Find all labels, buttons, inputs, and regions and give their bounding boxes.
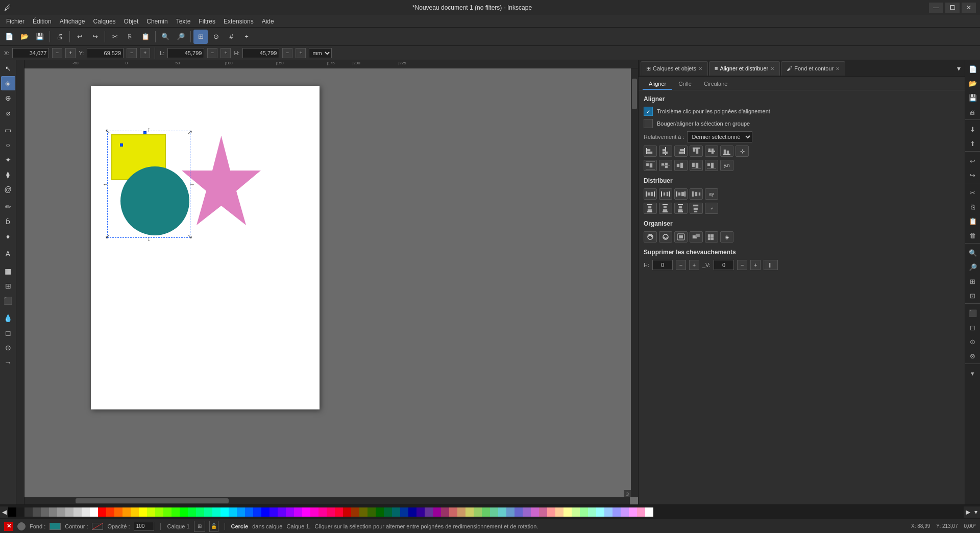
- scrollbar-h-thumb[interactable]: [76, 498, 229, 503]
- strip-zoom-fit[interactable]: ⊞: [966, 275, 979, 288]
- subtab-grille[interactable]: Grille: [672, 79, 698, 90]
- swatch-65[interactable]: [539, 507, 547, 517]
- y-input[interactable]: [87, 48, 124, 58]
- align-anchor-h[interactable]: y.n: [720, 160, 733, 171]
- swatch-67[interactable]: [555, 507, 564, 517]
- swatch-60[interactable]: [498, 507, 506, 517]
- h-input[interactable]: [242, 48, 279, 58]
- tool-spiral[interactable]: @: [1, 182, 15, 197]
- swatch-44[interactable]: [368, 507, 376, 517]
- tool-pencil[interactable]: ✏: [1, 200, 15, 214]
- swatch-46[interactable]: [384, 507, 392, 517]
- swatch-39[interactable]: [327, 507, 335, 517]
- tool-eraser[interactable]: ◻: [1, 326, 15, 340]
- x-minus-button[interactable]: −: [52, 48, 62, 58]
- swatch-0[interactable]: [8, 507, 16, 517]
- organiser-btn1[interactable]: [644, 231, 657, 243]
- tab-calques-close[interactable]: ✕: [698, 66, 702, 71]
- swatch-13[interactable]: [114, 507, 122, 517]
- new-button[interactable]: 📄: [2, 30, 16, 44]
- swatch-55[interactable]: [457, 507, 465, 517]
- tool-fill[interactable]: ⬛: [1, 294, 15, 308]
- align-top-edges[interactable]: [690, 146, 703, 157]
- copy-button[interactable]: ⎘: [123, 30, 137, 44]
- snap-button[interactable]: ⊙: [209, 30, 223, 44]
- swatch-1[interactable]: [16, 507, 24, 517]
- menu-objet[interactable]: Objet: [120, 16, 143, 27]
- swatch-70[interactable]: [580, 507, 588, 517]
- shape-pink-star[interactable]: [182, 136, 261, 230]
- swatch-72[interactable]: [596, 507, 604, 517]
- menu-calques[interactable]: Calques: [89, 16, 120, 27]
- swatch-43[interactable]: [359, 507, 368, 517]
- swatch-58[interactable]: [482, 507, 490, 517]
- menu-édition[interactable]: Édition: [29, 16, 56, 27]
- strip-transform[interactable]: ⊗: [966, 349, 979, 362]
- contour-swatch[interactable]: [92, 523, 103, 530]
- swatch-10[interactable]: [90, 507, 98, 517]
- strip-open[interactable]: 📂: [966, 77, 979, 90]
- l-plus-button[interactable]: +: [220, 48, 231, 58]
- menu-extensions[interactable]: Extensions: [219, 16, 258, 27]
- align-right-edges[interactable]: [674, 146, 688, 157]
- zoom-out-button[interactable]: 🔎: [174, 30, 188, 44]
- overlap-apply-btn[interactable]: |||: [764, 260, 778, 270]
- save-button[interactable]: 💾: [33, 30, 47, 44]
- palette-scroll-right[interactable]: ▶: [964, 506, 972, 518]
- paste-button[interactable]: 📋: [138, 30, 153, 44]
- swatch-75[interactable]: [621, 507, 629, 517]
- swatch-74[interactable]: [612, 507, 621, 517]
- swatch-69[interactable]: [572, 507, 580, 517]
- strip-copy[interactable]: ⎘: [966, 200, 979, 213]
- swatch-3[interactable]: [33, 507, 41, 517]
- swatch-48[interactable]: [400, 507, 408, 517]
- align-left-edges[interactable]: [644, 146, 657, 157]
- scrollbar-v-thumb[interactable]: [632, 79, 637, 109]
- swatch-56[interactable]: [465, 507, 474, 517]
- swatch-27[interactable]: [229, 507, 237, 517]
- swatch-71[interactable]: [588, 507, 596, 517]
- strip-fill[interactable]: ⬛: [966, 306, 979, 320]
- subtab-circulaire[interactable]: Circulaire: [698, 79, 733, 90]
- organiser-btn2[interactable]: [659, 231, 672, 243]
- strip-zoom-out[interactable]: 🔎: [966, 260, 979, 274]
- swatch-8[interactable]: [74, 507, 82, 517]
- strip-delete[interactable]: 🗑: [966, 229, 979, 242]
- swatch-41[interactable]: [343, 507, 351, 517]
- tool-gradient[interactable]: ▦: [1, 264, 15, 278]
- swatch-29[interactable]: [245, 507, 253, 517]
- swatch-49[interactable]: [408, 507, 416, 517]
- option1-checkbox[interactable]: ✓: [644, 107, 653, 116]
- swatch-47[interactable]: [392, 507, 400, 517]
- tool-3d[interactable]: ⧫: [1, 167, 15, 182]
- x-plus-button[interactable]: +: [65, 48, 76, 58]
- option2-checkbox[interactable]: [644, 119, 653, 128]
- zoom-in-button[interactable]: 🔍: [158, 30, 173, 44]
- swatch-11[interactable]: [98, 507, 106, 517]
- distribuer-btn1[interactable]: [644, 188, 657, 200]
- swatch-30[interactable]: [253, 507, 261, 517]
- strip-zoom-in[interactable]: 🔍: [966, 246, 979, 259]
- swatch-28[interactable]: [237, 507, 245, 517]
- align-row5[interactable]: [705, 160, 718, 171]
- layer-icon[interactable]: ⊞: [194, 521, 205, 532]
- swatch-5[interactable]: [49, 507, 57, 517]
- swatch-19[interactable]: [163, 507, 172, 517]
- layer-lock-icon[interactable]: 🔓: [209, 521, 218, 532]
- overlap-h-plus[interactable]: +: [689, 260, 699, 270]
- swatch-59[interactable]: [490, 507, 498, 517]
- tool-text[interactable]: A: [1, 247, 15, 261]
- swatch-24[interactable]: [204, 507, 212, 517]
- tool-rect[interactable]: ▭: [1, 123, 15, 137]
- swatch-14[interactable]: [122, 507, 131, 517]
- overlap-h-input[interactable]: [652, 260, 673, 270]
- tool-connector[interactable]: →: [1, 355, 15, 370]
- organiser-btn4[interactable]: [690, 231, 703, 243]
- swatch-12[interactable]: [106, 507, 114, 517]
- distribuer-btn2[interactable]: [659, 188, 672, 200]
- tab-aligner-close[interactable]: ✕: [770, 66, 774, 71]
- panel-chevron[interactable]: ▾: [955, 62, 963, 75]
- h-minus-button[interactable]: −: [282, 48, 292, 58]
- strip-cut[interactable]: ✂: [966, 186, 979, 199]
- menu-filtres[interactable]: Filtres: [194, 16, 219, 27]
